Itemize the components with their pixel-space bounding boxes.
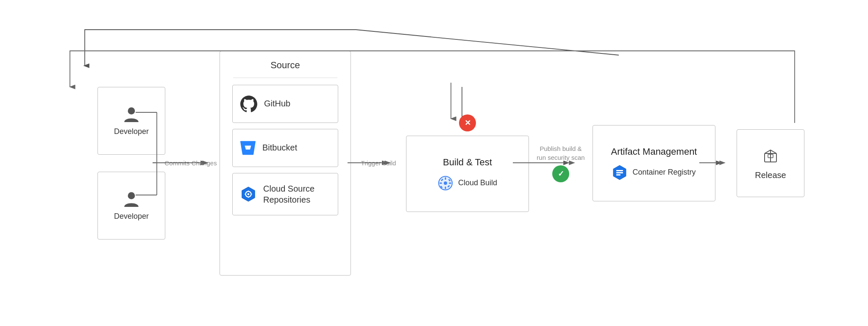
container-registry-row: Container Registry xyxy=(612,165,696,180)
container-registry-icon xyxy=(612,165,627,180)
trigger-build-label: Trigger build xyxy=(361,159,396,167)
csr-icon xyxy=(240,186,256,202)
fail-status-container: ✕ xyxy=(459,114,476,131)
svg-rect-29 xyxy=(616,170,623,171)
developer-box-1: Developer xyxy=(97,87,165,155)
source-box: Source GitHub Bitbucket xyxy=(220,51,351,276)
commits-changes-label: Commits Changes xyxy=(164,159,217,167)
container-registry-label: Container Registry xyxy=(632,167,696,177)
csr-label: Cloud Source Repositories xyxy=(263,183,330,205)
source-divider xyxy=(233,78,337,78)
github-label: GitHub xyxy=(264,99,290,109)
artifact-box: Artifact Management Container Registry xyxy=(593,125,715,201)
cloud-build-row: Cloud Build xyxy=(438,176,497,191)
csr-card: Cloud Source Repositories xyxy=(232,173,338,215)
svg-point-11 xyxy=(248,193,250,195)
svg-point-6 xyxy=(128,107,135,114)
commits-changes-section: Commits Changes xyxy=(165,159,216,167)
svg-rect-31 xyxy=(616,174,620,176)
success-symbol: ✓ xyxy=(558,169,564,178)
fail-symbol: ✕ xyxy=(465,118,471,128)
build-box: Build & Test xyxy=(406,136,529,212)
svg-point-7 xyxy=(128,192,135,199)
fail-status-icon: ✕ xyxy=(459,114,476,131)
svg-rect-30 xyxy=(616,172,623,173)
artifact-title: Artifact Management xyxy=(611,146,697,157)
github-icon xyxy=(240,95,257,112)
diagram-container: Developer Developer Commits Changes Sour… xyxy=(0,0,868,326)
developer-icon-1 xyxy=(122,105,140,123)
publish-label: Publish build & run security scan xyxy=(537,144,584,162)
svg-rect-21 xyxy=(440,182,442,184)
release-package-icon xyxy=(761,146,780,164)
svg-rect-19 xyxy=(445,177,446,180)
bitbucket-icon xyxy=(240,140,256,156)
build-title: Build & Test xyxy=(443,157,492,168)
cloud-build-label: Cloud Build xyxy=(458,178,497,187)
svg-point-18 xyxy=(444,181,447,185)
github-card: GitHub xyxy=(232,85,338,123)
cloud-build-icon xyxy=(438,176,453,191)
build-column: ✕ Build & Test xyxy=(406,114,529,212)
publish-section: Publish build & run security scan ✓ xyxy=(529,144,593,182)
success-status-icon: ✓ xyxy=(552,165,569,182)
developer-box-2: Developer xyxy=(97,172,165,240)
developer-label-2: Developer xyxy=(114,212,149,221)
bitbucket-card: Bitbucket xyxy=(232,129,338,167)
svg-rect-22 xyxy=(449,182,451,184)
developers-column: Developer Developer xyxy=(97,87,165,240)
developer-icon-2 xyxy=(122,190,140,208)
bitbucket-label: Bitbucket xyxy=(262,143,297,153)
release-box: Release xyxy=(737,129,804,197)
release-label: Release xyxy=(755,170,786,180)
trigger-build-section: Trigger build xyxy=(351,159,406,167)
developer-label-1: Developer xyxy=(114,127,149,136)
svg-rect-20 xyxy=(445,187,446,189)
source-title: Source xyxy=(270,60,300,71)
